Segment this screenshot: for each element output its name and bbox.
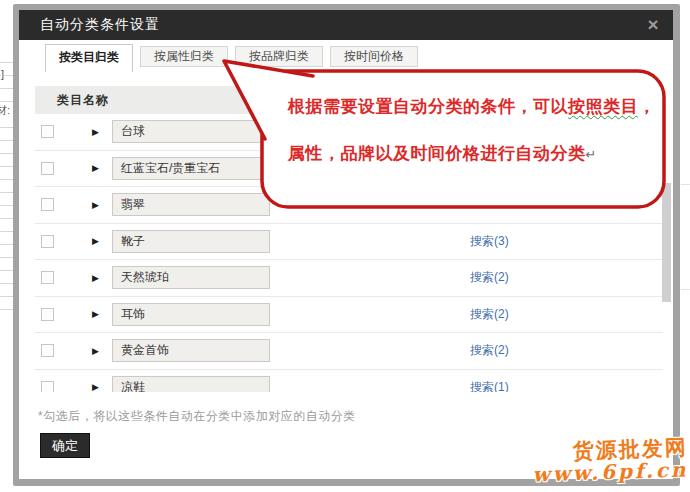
row-checkbox[interactable] bbox=[41, 308, 54, 321]
footnote-text: *勾选后，将以这些条件自动在分类中添加对应的自动分类 bbox=[38, 408, 356, 425]
category-name-box: 黄金首饰 bbox=[112, 339, 270, 362]
expand-arrow-icon[interactable]: ▶ bbox=[92, 309, 99, 319]
search-link[interactable]: 搜索(2) bbox=[470, 342, 509, 359]
category-name-box: 靴子 bbox=[112, 230, 270, 253]
row-checkbox[interactable] bbox=[41, 235, 54, 248]
spellcheck-underline: 按照类目 bbox=[568, 97, 638, 116]
table-row: ▶ 靴子 搜索(3) bbox=[35, 224, 663, 261]
table-row: ▶ 天然琥珀 搜索(2) bbox=[35, 260, 663, 297]
expand-arrow-icon[interactable]: ▶ bbox=[92, 236, 99, 246]
expand-arrow-icon[interactable]: ▶ bbox=[92, 163, 99, 173]
search-link[interactable]: 搜索(3) bbox=[470, 233, 509, 250]
expand-arrow-icon[interactable]: ▶ bbox=[92, 200, 99, 210]
tab-by-category[interactable]: 按类目归类 bbox=[45, 44, 133, 72]
table-row: ▶ 黄金首饰 搜索(2) bbox=[35, 333, 663, 370]
callout-line-2: 属性，品牌以及时间价格进行自动分类↵ bbox=[288, 144, 660, 165]
search-link[interactable]: 搜索(2) bbox=[470, 306, 509, 323]
search-link[interactable]: 搜索(2) bbox=[470, 269, 509, 286]
background-text-fragment: 材: bbox=[0, 104, 14, 116]
background-page-left bbox=[0, 50, 14, 320]
expand-arrow-icon[interactable]: ▶ bbox=[92, 273, 99, 283]
row-checkbox[interactable] bbox=[41, 381, 54, 392]
table-row: ▶ 耳饰 搜索(2) bbox=[35, 297, 663, 334]
tab-by-attribute[interactable]: 按属性归类 bbox=[140, 46, 228, 67]
site-watermark: 货源批发网 www.6pf.cn bbox=[531, 435, 689, 486]
expand-arrow-icon[interactable]: ▶ bbox=[92, 127, 99, 137]
category-name-box: 凉鞋 bbox=[112, 376, 270, 392]
search-link[interactable]: 搜索(1) bbox=[470, 379, 509, 392]
table-row: ▶ 凉鞋 搜索(1) bbox=[35, 370, 663, 393]
dialog-titlebar: 自动分类条件设置 × bbox=[19, 10, 673, 40]
category-name-box: 耳饰 bbox=[112, 303, 270, 326]
row-checkbox[interactable] bbox=[41, 344, 54, 357]
row-checkbox[interactable] bbox=[41, 198, 54, 211]
return-mark-icon: ↵ bbox=[586, 147, 597, 162]
expand-arrow-icon[interactable]: ▶ bbox=[92, 346, 99, 356]
dialog-title: 自动分类条件设置 bbox=[40, 16, 160, 34]
expand-arrow-icon[interactable]: ▶ bbox=[92, 382, 99, 392]
row-checkbox[interactable] bbox=[41, 125, 54, 138]
confirm-button[interactable]: 确定 bbox=[40, 433, 90, 458]
close-icon[interactable]: × bbox=[641, 13, 665, 37]
row-checkbox[interactable] bbox=[41, 271, 54, 284]
callout-line-1: 根据需要设置自动分类的条件，可以按照类目， bbox=[288, 97, 660, 117]
background-page-right bbox=[681, 80, 690, 340]
row-checkbox[interactable] bbox=[41, 162, 54, 175]
background-text-fragment: ] bbox=[1, 68, 4, 80]
callout-annotation: 根据需要设置自动分类的条件，可以按照类目， 属性，品牌以及时间价格进行自动分类↵ bbox=[288, 97, 660, 165]
category-name-box: 天然琥珀 bbox=[112, 266, 270, 289]
